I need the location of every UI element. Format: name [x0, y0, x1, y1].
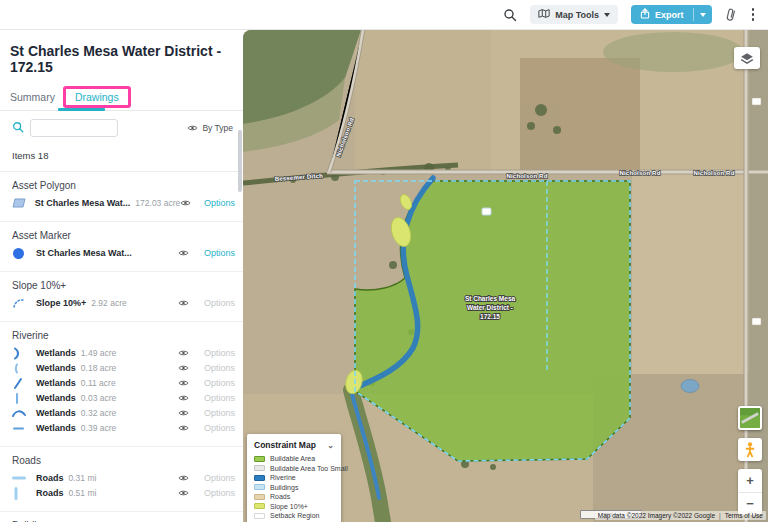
visibility-eye-icon[interactable] — [178, 379, 189, 387]
layers-button[interactable] — [734, 47, 760, 69]
options-link[interactable]: Options — [195, 378, 235, 388]
legend-swatch — [254, 484, 265, 490]
options-link[interactable]: Options — [195, 393, 235, 403]
section-roads: Roads Roads 0.31 mi Options Roads 0.51 m… — [0, 447, 243, 512]
legend-swatch — [254, 465, 265, 471]
list-item[interactable]: Wetlands 1.49 acre Options — [12, 346, 235, 360]
visibility-eye-icon[interactable] — [178, 349, 189, 357]
pegman-streetview-button[interactable] — [738, 438, 762, 461]
list-item[interactable]: Wetlands 0.18 acre Options — [12, 361, 235, 375]
chevron-down-icon — [604, 13, 610, 17]
legend-swatch — [254, 475, 265, 481]
section-riverine: Riverine Wetlands 1.49 acre Options Wetl… — [0, 322, 243, 447]
list-item[interactable]: Wetlands 0.32 acre Options — [12, 406, 235, 420]
polygon-icon — [12, 198, 35, 208]
visibility-eye-icon[interactable] — [178, 489, 189, 497]
legend-item: Roads — [254, 492, 334, 502]
section-header: Asset Marker — [12, 230, 243, 241]
search-icon[interactable] — [503, 8, 517, 22]
drawings-sidebar: St Charles Mesa Water District - 172.15 … — [0, 30, 243, 522]
export-button[interactable]: Export — [631, 5, 712, 24]
layers-icon — [740, 52, 754, 65]
map-tools-label: Map Tools — [555, 10, 599, 20]
tab-drawings[interactable]: Drawings — [63, 86, 131, 108]
legend-swatch — [254, 503, 265, 509]
options-link[interactable]: Options — [197, 198, 235, 208]
options-link[interactable]: Options — [195, 423, 235, 433]
tab-bar: Summary Drawings — [0, 84, 243, 111]
chevron-down-icon[interactable]: ⌄ — [327, 441, 334, 450]
road-vertical-icon — [12, 487, 36, 500]
section-asset-marker: Asset Marker St Charles Mesa Wat... Opti… — [0, 222, 243, 272]
options-link[interactable]: Options — [195, 298, 235, 308]
svg-text:Water District -: Water District - — [467, 304, 513, 311]
wetland-slash-icon — [12, 377, 36, 390]
sidebar-scrollbar[interactable] — [238, 130, 242, 192]
by-type-toggle[interactable]: By Type — [187, 123, 233, 133]
legend-swatch — [254, 456, 265, 462]
options-link[interactable]: Options — [195, 408, 235, 418]
zoom-controls: + − — [738, 469, 762, 515]
list-item[interactable]: Wetlands 0.11 acre Options — [12, 376, 235, 390]
options-link[interactable]: Options — [195, 363, 235, 373]
legend-swatch — [254, 494, 265, 500]
map-tools-button[interactable]: Map Tools — [530, 5, 618, 24]
legend-item: Buildable Area — [254, 454, 334, 464]
road-label: Nicholson Rd — [506, 173, 547, 179]
pegman-icon — [744, 442, 756, 458]
legend-item: Buildable Area Too Small — [254, 464, 334, 474]
more-options-kebab-icon[interactable] — [750, 6, 757, 23]
tab-summary[interactable]: Summary — [10, 91, 63, 103]
list-item[interactable]: Wetlands 0.03 acre Options — [12, 391, 235, 405]
visibility-eye-icon[interactable] — [178, 364, 189, 372]
map-canvas[interactable]: Bessemer Ditch Nicholson Rd Nicholson Rd… — [243, 30, 768, 522]
list-item[interactable]: Slope 10%+ 2.92 acre Options — [12, 296, 235, 310]
options-link[interactable]: Options — [195, 488, 235, 498]
list-item[interactable]: St Charles Mesa Wat... 172.03 acre Optio… — [12, 196, 235, 210]
visibility-eye-icon[interactable] — [178, 474, 189, 482]
wetland-line-icon — [12, 392, 36, 405]
road-label: Nicholson Rd — [619, 170, 660, 176]
visibility-eye-icon[interactable] — [178, 299, 189, 307]
visibility-eye-icon[interactable] — [178, 249, 189, 257]
legend-item: Riverine — [254, 473, 334, 483]
list-item[interactable]: Roads 0.51 mi Options — [12, 486, 235, 500]
options-link[interactable]: Options — [195, 348, 235, 358]
dashed-slope-icon — [12, 297, 36, 309]
asset-marker[interactable] — [482, 208, 491, 215]
active-tab-underline — [58, 108, 105, 111]
section-header: Roads — [12, 455, 243, 466]
legend-swatch — [254, 513, 265, 519]
visibility-eye-icon[interactable] — [178, 424, 189, 432]
constraint-map-legend: Constraint Map ⌄ Buildable Area Buildabl… — [247, 434, 341, 522]
marker-dot-icon — [12, 247, 36, 260]
visibility-eye-icon[interactable] — [178, 409, 189, 417]
list-item[interactable]: Wetlands 0.39 acre Options — [12, 421, 235, 435]
visibility-eye-icon[interactable] — [178, 394, 189, 402]
paperclip-icon[interactable] — [725, 7, 737, 22]
road-horizontal-icon — [12, 474, 36, 482]
options-link[interactable]: Options — [195, 473, 235, 483]
search-icon — [12, 119, 24, 137]
map-icon — [538, 8, 550, 21]
zoom-in-button[interactable]: + — [738, 469, 762, 493]
attribution-text: Map data ©2022 Imagery ©2022 Google — [598, 512, 715, 519]
export-label: Export — [655, 10, 684, 20]
wetland-curve-icon — [12, 362, 36, 375]
terms-of-use-link[interactable]: Terms of Use — [725, 512, 763, 519]
search-input[interactable] — [30, 119, 118, 137]
items-count: Items 18 — [0, 139, 243, 172]
by-type-label: By Type — [202, 123, 233, 133]
list-item[interactable]: St Charles Mesa Wat... Options — [12, 246, 235, 260]
attribution-divider: | — [719, 512, 721, 519]
basemap-toggle-thumbnail[interactable] — [738, 406, 762, 430]
export-dropdown-arrow[interactable] — [694, 5, 712, 24]
visibility-eye-icon[interactable] — [180, 199, 191, 207]
top-toolbar: Map Tools Export — [0, 0, 768, 30]
options-link[interactable]: Options — [195, 248, 235, 258]
svg-text:172.15: 172.15 — [480, 313, 500, 320]
section-header: Slope 10%+ — [12, 280, 243, 291]
section-slope: Slope 10%+ Slope 10%+ 2.92 acre Options — [0, 272, 243, 322]
export-icon — [640, 8, 650, 21]
list-item[interactable]: Roads 0.31 mi Options — [12, 471, 235, 485]
